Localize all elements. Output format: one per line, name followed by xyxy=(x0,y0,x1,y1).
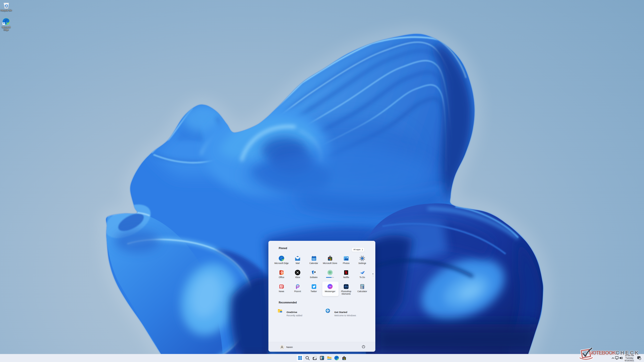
svg-text:Ps: Ps xyxy=(345,285,348,288)
svg-text:4: 4 xyxy=(639,358,640,359)
